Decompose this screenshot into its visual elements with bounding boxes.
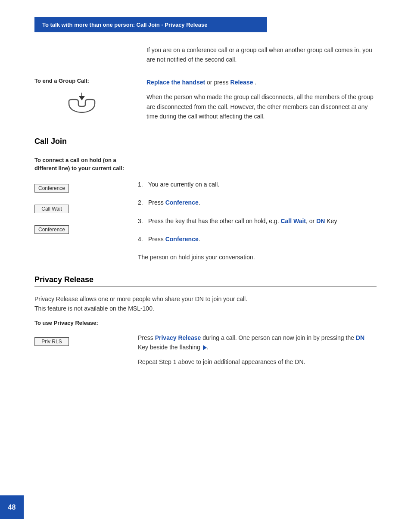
step-num-4: 4.: [138, 234, 148, 244]
svg-marker-1: [79, 96, 85, 100]
handset-icon-area: [34, 92, 129, 115]
page-number: 48: [8, 504, 16, 511]
key-callwait: Call Wait: [34, 205, 121, 213]
step3-callwait-link: Call Wait: [280, 218, 306, 224]
triangle-icon: [203, 345, 207, 350]
step3-dn-link: DN: [316, 218, 325, 224]
step2-conference-link: Conference: [165, 199, 199, 206]
cj-steps-column: 1. You are currently on a call. 2. Press…: [138, 180, 377, 262]
priv-step-2: Repeat Step 1 above to join additional a…: [138, 357, 377, 367]
release-link: Release: [230, 79, 253, 86]
step-num-1: 1.: [138, 180, 148, 189]
key-conference-1: Conference: [34, 184, 121, 193]
call-join-title: Call Join: [34, 137, 67, 146]
step-content-2: Press Conference.: [148, 198, 377, 207]
step-1: 1. You are currently on a call.: [138, 180, 377, 189]
privacy-release-header: Privacy Release: [34, 275, 377, 286]
privacy-release-section: Privacy Release Privacy Release allows o…: [34, 275, 377, 367]
conference-button-2: Conference: [34, 225, 69, 234]
priv-step-1: Press Privacy Release during a call. One…: [138, 333, 377, 352]
cj-keys-column: Conference Call Wait Conference: [34, 180, 121, 262]
page-number-badge: 48: [0, 495, 24, 519]
key-conference-2: Conference: [34, 225, 121, 234]
step-content-1: You are currently on a call.: [148, 180, 377, 189]
handset-icon: [60, 92, 103, 115]
priv-rls-button: Priv RLS: [34, 337, 69, 346]
page-content: To talk with more than one person: Call …: [0, 0, 411, 397]
call-join-header: Call Join: [34, 137, 377, 148]
replace-handset-link: Replace the handset: [146, 79, 205, 86]
callwait-button: Call Wait: [34, 205, 69, 213]
group-call-desc: When the person who made the group call …: [146, 92, 377, 121]
step-num-2: 2.: [138, 198, 148, 207]
priv-dn-link: DN: [356, 334, 364, 341]
blue-banner: To talk with more than one person: Call …: [34, 17, 267, 32]
intro-text: If you are on a conference call or a gro…: [146, 45, 377, 65]
top-left: [34, 45, 129, 65]
cj-body: Conference Call Wait Conference 1. You a…: [34, 180, 377, 262]
step-content-3: Press the key that has the other call on…: [148, 216, 377, 226]
group-call-label: To end a Group Call:: [34, 78, 129, 84]
cj-instructions: To connect a call on hold (on a differen…: [34, 156, 134, 173]
group-call-left: To end a Group Call:: [34, 78, 129, 124]
conference-button-1: Conference: [34, 184, 69, 193]
step-4: 4. Press Conference.: [138, 234, 377, 244]
step-content-4: Press Conference.: [148, 234, 377, 244]
step-num-3: 3.: [138, 216, 148, 226]
banner-text: To talk with more than one person: Call …: [42, 22, 207, 28]
step4-conference-link: Conference: [165, 236, 199, 243]
use-privacy-label: To use Privacy Release:: [34, 320, 377, 326]
privacy-release-title: Privacy Release: [34, 275, 93, 284]
priv-key-column: Priv RLS: [34, 333, 121, 367]
group-call-right: Replace the handset or press Release . W…: [146, 78, 377, 124]
join-text: The person on hold joins your conversati…: [138, 252, 377, 262]
priv-steps-column: Press Privacy Release during a call. One…: [138, 333, 377, 367]
replace-line: Replace the handset or press Release .: [146, 78, 377, 87]
call-join-section: Call Join To connect a call on hold (on …: [34, 137, 377, 262]
privacy-desc-1: Privacy Release allows one or more peopl…: [34, 294, 377, 314]
step-2: 2. Press Conference.: [138, 198, 377, 207]
privacy-release-link: Privacy Release: [155, 334, 201, 341]
priv-body: Priv RLS Press Privacy Release during a …: [34, 333, 377, 367]
step-3: 3. Press the key that has the other call…: [138, 216, 377, 226]
top-section: If you are on a conference call or a gro…: [34, 45, 377, 65]
or-text: or press: [207, 79, 230, 86]
group-call-section: To end a Group Call: Replace the handset…: [34, 78, 377, 124]
